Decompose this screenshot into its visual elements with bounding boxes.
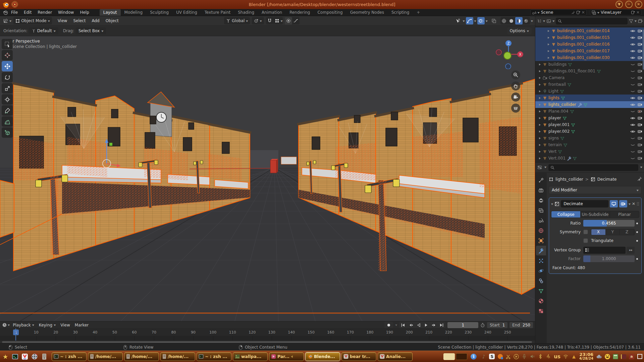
disable-in-renders-toggle[interactable] (637, 42, 643, 46)
viewlayer-selector[interactable]: ▼ ViewLayer ✕ (590, 9, 641, 15)
vertex-group-field[interactable] (583, 247, 626, 254)
modifier-name-field[interactable]: Decimate (561, 200, 608, 207)
transform-orientation-dropdown[interactable]: Global ▼ (224, 17, 250, 24)
expand-icon[interactable] (538, 150, 541, 153)
tray-scissors-icon[interactable] (505, 353, 511, 360)
editor-type-icon[interactable] (2, 17, 9, 24)
tool-transform[interactable] (2, 94, 13, 105)
display-mode-icon[interactable] (546, 19, 551, 23)
tray-reader-icon[interactable]: a (629, 353, 634, 360)
show-in-viewport-toggle[interactable] (610, 200, 618, 207)
hide-in-viewport-toggle[interactable] (630, 89, 636, 93)
outliner-search-input[interactable] (556, 18, 628, 24)
gizmos-toggle[interactable] (466, 17, 473, 24)
tray-keyboard-layout-icon[interactable]: us (554, 353, 560, 360)
modifier-extras-dropdown[interactable]: ▼ (629, 202, 631, 205)
outliner-row[interactable]: Plane.004 (535, 108, 644, 115)
current-frame-field[interactable]: 1 (447, 322, 478, 328)
transport-play-reverse[interactable] (415, 322, 422, 328)
ratio-slider[interactable]: 0.4565 (583, 220, 635, 227)
tool-cursor[interactable] (2, 50, 13, 60)
disable-in-renders-toggle[interactable] (637, 123, 643, 127)
object-name[interactable]: frontwall (548, 82, 566, 87)
timeline-editor-icon[interactable] (2, 322, 7, 327)
triangulate-checkbox[interactable] (583, 238, 588, 243)
properties-tab-world[interactable] (536, 226, 546, 235)
disable-in-renders-toggle[interactable] (637, 69, 643, 73)
drag-setting-dropdown[interactable]: Select Box ▼ (76, 27, 106, 35)
object-name[interactable]: lights_collider (548, 102, 576, 107)
expand-icon[interactable] (547, 50, 550, 53)
outliner-row[interactable]: terrain (535, 141, 644, 148)
outliner-row[interactable]: player.001 (535, 121, 644, 128)
tab-geometry-nodes[interactable]: Geometry Nodes (346, 9, 388, 16)
expand-icon[interactable] (538, 97, 541, 100)
hide-in-viewport-toggle[interactable] (630, 63, 636, 66)
outliner-row[interactable]: Light (535, 88, 644, 95)
transport-jump-to-end[interactable] (438, 322, 445, 328)
filter-funnel-icon[interactable] (629, 19, 633, 23)
animate-dot[interactable] (635, 240, 639, 242)
new-scene-icon[interactable] (576, 10, 580, 14)
object-name[interactable]: buildings.001_collider.017 (557, 49, 610, 53)
timeline-menu-view[interactable]: View (58, 323, 72, 327)
tab-compositing[interactable]: Compositing (314, 9, 346, 16)
object-type-visibility-dropdown[interactable] (454, 17, 462, 24)
tool-annotate[interactable] (2, 105, 13, 116)
outliner-row[interactable]: buildings.001_collider.017 (535, 48, 644, 54)
hide-in-viewport-toggle[interactable] (630, 110, 636, 113)
animate-dot[interactable] (635, 223, 639, 224)
axis-x-button[interactable]: X (591, 229, 606, 235)
tab-collapse[interactable]: Collapse (551, 211, 581, 218)
hide-in-viewport-toggle[interactable] (630, 43, 636, 46)
expand-icon[interactable] (547, 56, 550, 59)
toggle-ortho-icon[interactable] (511, 104, 520, 113)
object-name[interactable]: buildings.001_collider.015 (557, 35, 610, 40)
new-collection-icon[interactable] (638, 19, 643, 23)
properties-tab-physics[interactable] (536, 266, 546, 276)
transport-play[interactable] (422, 322, 430, 328)
launcher-file-manager-icon[interactable] (41, 353, 48, 360)
object-name[interactable]: buildings.001_collider.016 (557, 42, 610, 47)
outliner-row[interactable]: buildings.001_collider.016 (535, 41, 644, 48)
tray-usb-icon[interactable] (546, 353, 551, 360)
breadcrumb-object[interactable]: lights_collider (555, 177, 583, 182)
expand-icon[interactable] (538, 83, 541, 86)
outliner-row[interactable]: signs (535, 135, 644, 141)
launcher-vivaldi-icon[interactable] (21, 353, 29, 360)
menu-file[interactable]: File (8, 10, 21, 15)
hide-in-viewport-toggle[interactable] (630, 143, 636, 147)
tab-unsubdivide[interactable]: Un-Subdivide (581, 211, 610, 218)
add-modifier-button[interactable]: Add Modifier ▼ (549, 186, 642, 194)
properties-tab-particles[interactable] (536, 256, 546, 265)
expand-icon[interactable] (538, 130, 541, 133)
delete-modifier-icon[interactable]: ✕ (632, 201, 635, 206)
tab-animation[interactable]: Animation (258, 9, 286, 16)
proportional-editing-icon[interactable] (285, 17, 292, 24)
timeline-menu-keying[interactable]: Keying▼ (37, 323, 58, 327)
remove-viewlayer-icon[interactable]: ✕ (636, 10, 640, 15)
use-preview-range-icon[interactable] (480, 323, 485, 327)
pivot-point-dropdown[interactable]: ▼ (252, 17, 264, 24)
tool-move[interactable] (2, 61, 13, 71)
menu-edit[interactable]: Edit (21, 10, 35, 15)
properties-editor-icon[interactable] (537, 165, 542, 170)
disable-in-renders-toggle[interactable] (637, 82, 643, 86)
taskbar-task[interactable]: /home/... (160, 352, 195, 361)
breadcrumb-modifier[interactable]: Decimate (597, 177, 617, 182)
add-workspace-button[interactable]: + (413, 9, 424, 16)
new-viewlayer-icon[interactable] (631, 10, 635, 14)
show-in-render-toggle[interactable] (619, 200, 627, 207)
hide-in-viewport-toggle[interactable] (630, 130, 636, 133)
overlays-toggle[interactable] (477, 17, 485, 24)
menu-help[interactable]: Help (77, 10, 92, 15)
tray-weather-icon[interactable] (596, 353, 602, 360)
expand-icon[interactable] (538, 123, 541, 126)
outliner-row[interactable]: buildings.001_collider.030 (535, 54, 644, 61)
workspace-2[interactable] (456, 353, 467, 360)
transport-next-keyframe[interactable] (430, 322, 438, 328)
outliner-row[interactable]: player.002 (535, 128, 644, 135)
snap-magnet-icon[interactable] (266, 17, 273, 24)
disable-in-renders-toggle[interactable] (637, 156, 643, 160)
expand-icon[interactable] (547, 29, 550, 33)
